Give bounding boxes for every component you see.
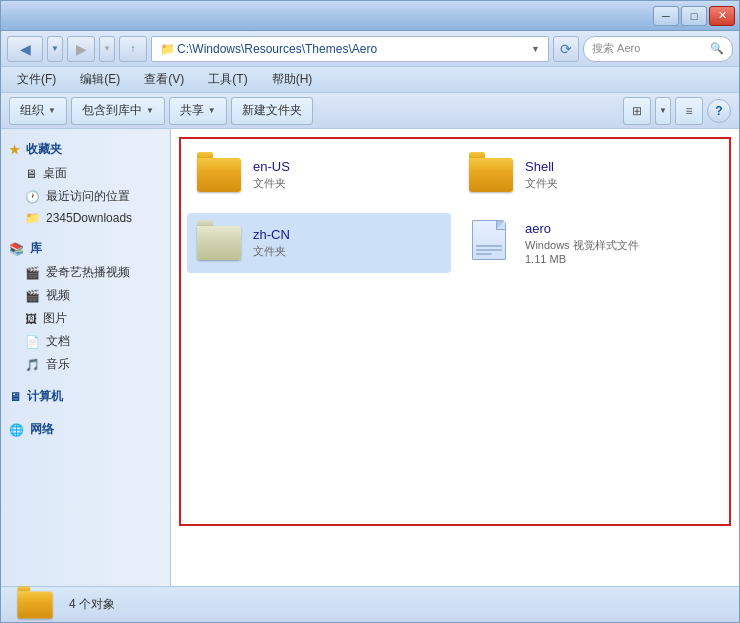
file-item-zh-cn[interactable]: zh-CN 文件夹 (187, 213, 451, 273)
pictures-icon: 🖼 (25, 312, 37, 326)
search-placeholder: 搜索 Aero (592, 41, 640, 56)
include-label: 包含到库中 (82, 102, 142, 119)
new-folder-label: 新建文件夹 (242, 102, 302, 119)
iqiyi-icon: 🎬 (25, 266, 40, 280)
clock-icon: 🕐 (25, 190, 40, 204)
toolbar: 组织 ▼ 包含到库中 ▼ 共享 ▼ 新建文件夹 ⊞ ▼ ≡ ? (1, 93, 739, 129)
include-arrow: ▼ (146, 106, 154, 115)
file-name-shell: Shell (525, 159, 715, 174)
file-grid: en-US 文件夹 Shell 文件夹 (179, 137, 731, 281)
sidebar-library-title[interactable]: 📚 库 (1, 236, 170, 261)
content-area: en-US 文件夹 Shell 文件夹 (171, 129, 739, 586)
help-button[interactable]: ? (707, 99, 731, 123)
address-dropdown-icon[interactable]: ▼ (531, 44, 540, 54)
sidebar-library-section: 📚 库 🎬 爱奇艺热播视频 🎬 视频 🖼 图片 📄 文档 (1, 236, 170, 376)
file-name-aero: aero (525, 221, 715, 236)
organize-label: 组织 (20, 102, 44, 119)
sidebar: ★ 收藏夹 🖥 桌面 🕐 最近访问的位置 📁 2345Downloads (1, 129, 171, 586)
forward-dropdown[interactable]: ▼ (99, 36, 115, 62)
sidebar-item-video[interactable]: 🎬 视频 (1, 284, 170, 307)
file-info-aero: aero Windows 视觉样式文件 1.11 MB (525, 221, 715, 265)
folder-icon-shell (467, 155, 515, 195)
video-icon: 🎬 (25, 289, 40, 303)
status-bar: 4 个对象 (1, 586, 739, 622)
search-field[interactable]: 搜索 Aero 🔍 (583, 36, 733, 62)
file-info-en-us: en-US 文件夹 (253, 159, 443, 191)
address-text: C:\Windows\Resources\Themes\Aero (177, 42, 377, 56)
sidebar-network-title[interactable]: 🌐 网络 (1, 417, 170, 442)
new-folder-button[interactable]: 新建文件夹 (231, 97, 313, 125)
file-type-aero: Windows 视觉样式文件 (525, 238, 715, 253)
menu-tools[interactable]: 工具(T) (200, 69, 255, 90)
explorer-window: ─ □ ✕ ◀ ▼ ▶ ▼ ↑ 📁 C:\Windows\Resources\T… (0, 0, 740, 623)
sidebar-computer-title[interactable]: 🖥 计算机 (1, 384, 170, 409)
folder-icon-en-us (195, 155, 243, 195)
maximize-button[interactable]: □ (681, 6, 707, 26)
share-arrow: ▼ (208, 106, 216, 115)
up-button[interactable]: ↑ (119, 36, 147, 62)
address-bar: ◀ ▼ ▶ ▼ ↑ 📁 C:\Windows\Resources\Themes\… (1, 31, 739, 67)
view-icon-button[interactable]: ⊞ (623, 97, 651, 125)
refresh-button[interactable]: ⟳ (553, 36, 579, 62)
sidebar-item-music[interactable]: 🎵 音乐 (1, 353, 170, 376)
downloads-icon: 📁 (25, 211, 40, 225)
back-dropdown[interactable]: ▼ (47, 36, 63, 62)
menu-edit[interactable]: 编辑(E) (72, 69, 128, 90)
view-dropdown[interactable]: ▼ (655, 97, 671, 125)
file-item-en-us[interactable]: en-US 文件夹 (187, 145, 451, 205)
sidebar-computer-section: 🖥 计算机 (1, 384, 170, 409)
address-field[interactable]: 📁 C:\Windows\Resources\Themes\Aero ▼ (151, 36, 549, 62)
file-item-aero[interactable]: aero Windows 视觉样式文件 1.11 MB (459, 213, 723, 273)
back-button[interactable]: ◀ (7, 36, 43, 62)
close-button[interactable]: ✕ (709, 6, 735, 26)
file-info-zh-cn: zh-CN 文件夹 (253, 227, 443, 259)
status-text: 4 个对象 (69, 596, 115, 613)
title-bar: ─ □ ✕ (1, 1, 739, 31)
file-type-shell: 文件夹 (525, 176, 715, 191)
sidebar-item-desktop[interactable]: 🖥 桌面 (1, 162, 170, 185)
menu-file[interactable]: 文件(F) (9, 69, 64, 90)
menu-help[interactable]: 帮助(H) (264, 69, 321, 90)
main-area: ★ 收藏夹 🖥 桌面 🕐 最近访问的位置 📁 2345Downloads (1, 129, 739, 586)
file-item-shell[interactable]: Shell 文件夹 (459, 145, 723, 205)
sidebar-item-iqiyi[interactable]: 🎬 爱奇艺热播视频 (1, 261, 170, 284)
minimize-button[interactable]: ─ (653, 6, 679, 26)
address-path: 📁 C:\Windows\Resources\Themes\Aero (160, 42, 377, 56)
menu-view[interactable]: 查看(V) (136, 69, 192, 90)
file-name-en-us: en-US (253, 159, 443, 174)
music-icon: 🎵 (25, 358, 40, 372)
folder-icon: 📁 (160, 42, 175, 56)
star-icon: ★ (9, 143, 20, 157)
file-type-en-us: 文件夹 (253, 176, 443, 191)
sidebar-item-downloads[interactable]: 📁 2345Downloads (1, 208, 170, 228)
forward-button[interactable]: ▶ (67, 36, 95, 62)
sidebar-item-recent[interactable]: 🕐 最近访问的位置 (1, 185, 170, 208)
documents-icon: 📄 (25, 335, 40, 349)
menu-bar: 文件(F) 编辑(E) 查看(V) 工具(T) 帮助(H) (1, 67, 739, 93)
network-icon: 🌐 (9, 423, 24, 437)
file-name-zh-cn: zh-CN (253, 227, 443, 242)
share-label: 共享 (180, 102, 204, 119)
folder-icon-zh-cn (195, 223, 243, 263)
window-controls: ─ □ ✕ (653, 6, 735, 26)
sidebar-favorites-title[interactable]: ★ 收藏夹 (1, 137, 170, 162)
organize-button[interactable]: 组织 ▼ (9, 97, 67, 125)
computer-icon: 🖥 (9, 390, 21, 404)
file-size-aero: 1.11 MB (525, 253, 715, 265)
file-type-zh-cn: 文件夹 (253, 244, 443, 259)
search-icon: 🔍 (710, 42, 724, 55)
sidebar-network-section: 🌐 网络 (1, 417, 170, 442)
library-icon: 📚 (9, 242, 24, 256)
sidebar-item-documents[interactable]: 📄 文档 (1, 330, 170, 353)
aero-file-icon (467, 223, 515, 263)
sidebar-favorites-section: ★ 收藏夹 🖥 桌面 🕐 最近访问的位置 📁 2345Downloads (1, 137, 170, 228)
include-button[interactable]: 包含到库中 ▼ (71, 97, 165, 125)
desktop-icon: 🖥 (25, 167, 37, 181)
details-view-button[interactable]: ≡ (675, 97, 703, 125)
file-info-shell: Shell 文件夹 (525, 159, 715, 191)
organize-arrow: ▼ (48, 106, 56, 115)
share-button[interactable]: 共享 ▼ (169, 97, 227, 125)
sidebar-item-pictures[interactable]: 🖼 图片 (1, 307, 170, 330)
